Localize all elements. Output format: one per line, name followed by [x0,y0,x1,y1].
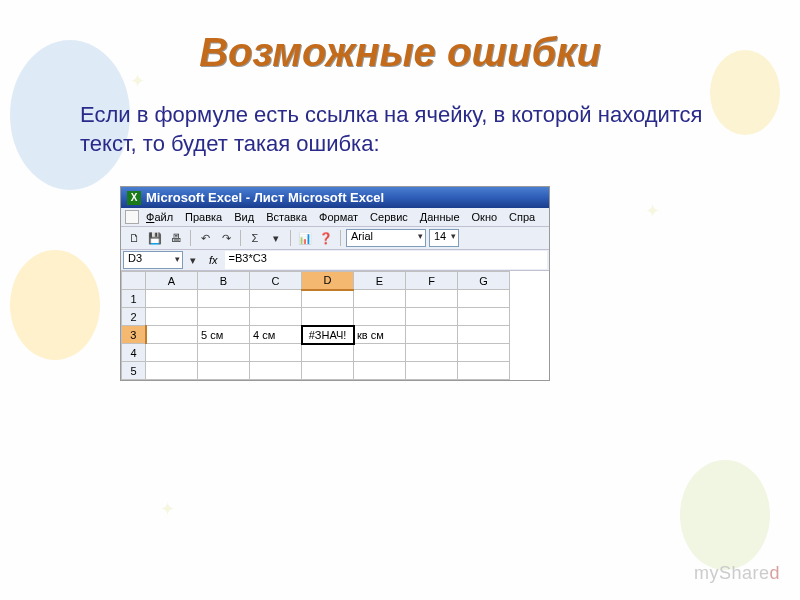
cell[interactable] [406,326,458,344]
cell[interactable] [146,362,198,380]
decoration-star: ✦ [160,498,175,520]
menu-data[interactable]: Данные [415,210,465,224]
menu-format[interactable]: Формат [314,210,363,224]
dropdown-icon[interactable]: ▾ [267,229,285,247]
separator [340,230,341,246]
menu-view[interactable]: Вид [229,210,259,224]
font-name-select[interactable]: Arial [346,229,426,247]
cell[interactable]: 5 см [198,326,250,344]
cell[interactable] [458,362,510,380]
cell[interactable] [198,344,250,362]
cell[interactable] [458,344,510,362]
sigma-icon[interactable]: Σ [246,229,264,247]
separator [290,230,291,246]
excel-window: X Microsoft Excel - Лист Microsoft Excel… [120,186,550,381]
row-header-active[interactable]: 3 [122,326,146,344]
save-icon[interactable]: 💾 [146,229,164,247]
separator [190,230,191,246]
chart-icon[interactable]: 📊 [296,229,314,247]
new-file-icon[interactable]: 🗋 [125,229,143,247]
redo-icon[interactable]: ↷ [217,229,235,247]
menu-tools[interactable]: Сервис [365,210,413,224]
row-header[interactable]: 1 [122,290,146,308]
cell[interactable] [354,290,406,308]
cell-active[interactable]: #ЗНАЧ! [302,326,354,344]
excel-icon: X [127,191,141,205]
cell[interactable] [250,362,302,380]
menu-file[interactable]: Файл [141,210,178,224]
row-header[interactable]: 5 [122,362,146,380]
fx-icon[interactable]: fx [203,254,224,266]
column-header[interactable]: E [354,272,406,290]
column-header[interactable]: G [458,272,510,290]
cell[interactable] [406,290,458,308]
cell[interactable] [250,308,302,326]
formula-input[interactable]: =B3*C3 [225,251,547,269]
cell[interactable] [146,326,198,344]
print-icon[interactable]: 🖶 [167,229,185,247]
slide-description: Если в формуле есть ссылка на ячейку, в … [60,101,740,158]
cell[interactable] [458,290,510,308]
menu-window[interactable]: Окно [467,210,503,224]
cell[interactable] [250,344,302,362]
cell[interactable] [354,362,406,380]
row-header[interactable]: 4 [122,344,146,362]
cell[interactable] [458,326,510,344]
cell[interactable] [250,290,302,308]
menu-help[interactable]: Спра [504,210,540,224]
cell[interactable] [458,308,510,326]
slide-title: Возможные ошибки [60,30,740,75]
decoration-balloon [680,460,770,570]
workbook-icon[interactable] [125,210,139,224]
dropdown-icon[interactable]: ▾ [184,251,202,269]
cell[interactable] [354,308,406,326]
column-header[interactable]: C [250,272,302,290]
row-header[interactable]: 2 [122,308,146,326]
cell[interactable] [302,344,354,362]
font-size-select[interactable]: 14 [429,229,459,247]
cell[interactable] [406,308,458,326]
formula-bar: D3 ▾ fx =B3*C3 [121,250,549,271]
cell[interactable] [146,290,198,308]
menu-insert[interactable]: Вставка [261,210,312,224]
spreadsheet-grid: A B C D E F G 1235 см4 см#ЗНАЧ!кв см45 [121,271,510,380]
cell[interactable] [354,344,406,362]
window-title: Microsoft Excel - Лист Microsoft Excel [146,190,384,205]
watermark: myShared [694,563,780,584]
column-header[interactable]: A [146,272,198,290]
column-header-active[interactable]: D [302,272,354,290]
cell[interactable]: 4 см [250,326,302,344]
cell[interactable] [406,362,458,380]
window-titlebar: X Microsoft Excel - Лист Microsoft Excel [121,187,549,208]
cell[interactable] [198,290,250,308]
column-header[interactable]: F [406,272,458,290]
undo-icon[interactable]: ↶ [196,229,214,247]
toolbar: 🗋 💾 🖶 ↶ ↷ Σ ▾ 📊 ❓ Arial 14 [121,227,549,250]
cell[interactable] [302,362,354,380]
cell[interactable] [146,344,198,362]
cell[interactable]: кв см [354,326,406,344]
select-all-corner[interactable] [122,272,146,290]
cell[interactable] [406,344,458,362]
cell[interactable] [146,308,198,326]
cell[interactable] [302,308,354,326]
cell[interactable] [198,362,250,380]
help-icon[interactable]: ❓ [317,229,335,247]
name-box[interactable]: D3 [123,251,183,269]
menubar: Файл Правка Вид Вставка Формат Сервис Да… [121,208,549,227]
cell[interactable] [198,308,250,326]
menu-edit[interactable]: Правка [180,210,227,224]
separator [240,230,241,246]
column-header[interactable]: B [198,272,250,290]
cell[interactable] [302,290,354,308]
